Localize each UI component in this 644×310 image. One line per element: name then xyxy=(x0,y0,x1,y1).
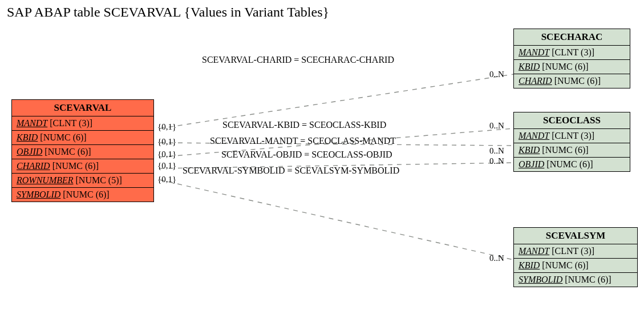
field-type: [NUMC (6)] xyxy=(542,62,588,71)
cardinality-right: 0..N xyxy=(489,146,504,156)
cardinality-right: 0..N xyxy=(489,121,504,131)
field-name: OBJID xyxy=(519,159,544,169)
field-row: KBID [NUMC (6)] xyxy=(12,131,153,145)
cardinality-left: {0,1} xyxy=(157,161,176,171)
cardinality-left: {0,1} xyxy=(157,137,176,147)
field-row: KBID [NUMC (6)] xyxy=(514,259,637,273)
field-row: OBJID [NUMC (6)] xyxy=(12,145,153,159)
field-type: [NUMC (6)] xyxy=(542,260,588,270)
svg-line-4 xyxy=(160,180,513,260)
cardinality-right: 0..N xyxy=(489,70,504,79)
page-title: SAP ABAP table SCEVARVAL {Values in Vari… xyxy=(7,5,329,20)
relation-label: SCEVARVAL-KBID = SCEOCLASS-KBID xyxy=(222,120,386,130)
field-name: KBID xyxy=(519,145,540,155)
field-row: SYMBOLID [NUMC (6)] xyxy=(514,273,637,287)
entity-scevarval-header: SCEVARVAL xyxy=(12,100,153,116)
field-name: KBID xyxy=(17,132,38,142)
cardinality-left: {0,1} xyxy=(157,122,176,132)
field-name: CHARID xyxy=(519,76,552,86)
field-row: CHARID [NUMC (6)] xyxy=(12,159,153,174)
field-type: [NUMC (5)] xyxy=(76,175,122,185)
field-name: SYMBOLID xyxy=(17,190,60,199)
field-type: [NUMC (6)] xyxy=(40,132,86,142)
relation-label: SCEVARVAL-OBJID = SCEOCLASS-OBJID xyxy=(221,150,392,160)
field-name: MANDT xyxy=(519,131,549,140)
entity-sceoclass: SCEOCLASS MANDT [CLNT (3)] KBID [NUMC (6… xyxy=(513,112,630,172)
field-type: [CLNT (3)] xyxy=(552,47,594,57)
field-type: [NUMC (6)] xyxy=(565,275,611,284)
field-row: OBJID [NUMC (6)] xyxy=(514,158,630,171)
field-name: KBID xyxy=(519,62,540,71)
field-name: MANDT xyxy=(519,246,549,256)
cardinality-left: {0,1} xyxy=(157,150,176,159)
cardinality-left: {0,1} xyxy=(157,175,176,184)
field-row: SYMBOLID [NUMC (6)] xyxy=(12,188,153,202)
entity-scevalsym-header: SCEVALSYM xyxy=(514,228,637,244)
entity-scevalsym: SCEVALSYM MANDT [CLNT (3)] KBID [NUMC (6… xyxy=(513,227,638,287)
relation-label: SCEVARVAL-CHARID = SCECHARAC-CHARID xyxy=(202,55,394,65)
field-row: KBID [NUMC (6)] xyxy=(514,143,630,158)
field-row: KBID [NUMC (6)] xyxy=(514,60,630,74)
field-type: [CLNT (3)] xyxy=(552,246,594,256)
field-name: ROWNUMBER xyxy=(17,175,74,185)
field-row: ROWNUMBER [NUMC (5)] xyxy=(12,174,153,188)
field-name: OBJID xyxy=(17,147,42,156)
cardinality-right: 0..N xyxy=(489,156,504,166)
field-row: MANDT [CLNT (3)] xyxy=(12,116,153,131)
field-name: MANDT xyxy=(519,47,549,57)
field-row: MANDT [CLNT (3)] xyxy=(514,244,637,259)
field-name: KBID xyxy=(519,260,540,270)
field-type: [CLNT (3)] xyxy=(552,131,594,140)
field-row: MANDT [CLNT (3)] xyxy=(514,129,630,143)
field-row: MANDT [CLNT (3)] xyxy=(514,46,630,60)
entity-scecharac: SCECHARAC MANDT [CLNT (3)] KBID [NUMC (6… xyxy=(513,29,630,88)
field-type: [NUMC (6)] xyxy=(542,145,588,155)
relation-label: SCEVARVAL-SYMBOLID = SCEVALSYM-SYMBOLID xyxy=(183,166,399,176)
entity-scevarval: SCEVARVAL MANDT [CLNT (3)] KBID [NUMC (6… xyxy=(11,99,154,202)
entity-sceoclass-header: SCEOCLASS xyxy=(514,112,630,129)
field-row: CHARID [NUMC (6)] xyxy=(514,74,630,88)
field-type: [NUMC (6)] xyxy=(546,159,593,169)
field-name: SYMBOLID xyxy=(519,275,562,284)
field-type: [NUMC (6)] xyxy=(554,76,601,86)
field-type: [NUMC (6)] xyxy=(44,147,91,156)
entity-scecharac-header: SCECHARAC xyxy=(514,29,630,46)
cardinality-right: 0..N xyxy=(489,253,504,263)
field-name: CHARID xyxy=(17,161,50,171)
field-type: [NUMC (6)] xyxy=(52,161,99,171)
field-type: [CLNT (3)] xyxy=(50,118,92,128)
field-type: [NUMC (6)] xyxy=(63,190,109,199)
field-name: MANDT xyxy=(17,118,47,128)
relation-label: SCEVARVAL-MANDT = SCEOCLASS-MANDT xyxy=(210,136,396,146)
